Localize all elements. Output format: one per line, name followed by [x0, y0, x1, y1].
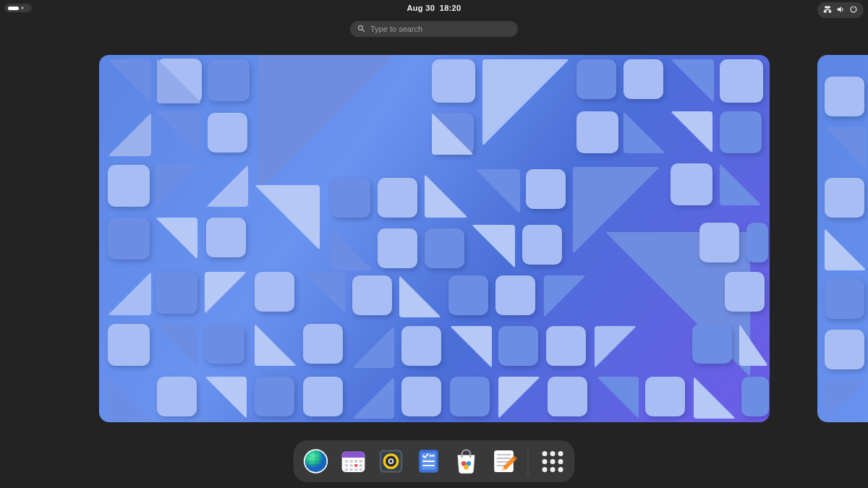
search-icon: [357, 22, 365, 35]
svg-rect-20: [345, 464, 348, 466]
svg-rect-25: [354, 468, 357, 471]
dash: [294, 440, 575, 482]
show-apps-button[interactable]: [537, 446, 568, 476]
svg-point-33: [389, 460, 392, 463]
power-icon: [849, 5, 858, 15]
app-web-browser[interactable]: [301, 446, 331, 476]
activities-button[interactable]: [4, 4, 32, 12]
svg-rect-18: [354, 460, 357, 462]
clock[interactable]: Aug 30 18:20: [407, 4, 461, 12]
svg-rect-22: [359, 464, 362, 466]
svg-rect-2: [829, 11, 832, 13]
svg-rect-26: [359, 468, 362, 471]
calendar-icon: [339, 447, 368, 476]
svg-line-10: [362, 30, 365, 32]
svg-rect-27: [354, 464, 357, 466]
svg-rect-8: [853, 6, 854, 9]
svg-rect-16: [345, 460, 348, 462]
app-text-editor[interactable]: [489, 446, 519, 476]
app-calendar[interactable]: [339, 446, 369, 476]
checklist-icon: [414, 447, 443, 476]
search-input[interactable]: [370, 25, 511, 33]
clock-time: 18:20: [440, 4, 461, 12]
wallpaper: [817, 55, 868, 422]
wallpaper: [99, 55, 770, 422]
svg-rect-15: [342, 455, 365, 458]
workspace-preview-1[interactable]: [99, 55, 770, 422]
workspace-indicator-active: [8, 7, 19, 10]
dock-separator: [528, 447, 529, 476]
globe-icon: [302, 447, 331, 476]
svg-rect-4: [825, 9, 830, 10]
svg-rect-19: [359, 460, 362, 462]
text-editor-icon: [490, 447, 519, 476]
svg-rect-17: [350, 460, 353, 462]
speaker-icon: [377, 447, 406, 476]
top-bar: Aug 30 18:20: [0, 0, 868, 16]
clock-date: Aug 30: [407, 4, 435, 12]
shopping-bag-icon: [452, 447, 481, 476]
svg-rect-21: [350, 464, 353, 466]
svg-rect-1: [824, 11, 827, 13]
search-bar[interactable]: [350, 21, 518, 37]
svg-rect-23: [345, 468, 348, 471]
workspace-indicator-dot: [21, 7, 24, 9]
system-status-area[interactable]: [817, 2, 864, 18]
volume-icon: [836, 5, 845, 15]
svg-rect-0: [825, 7, 830, 9]
svg-rect-6: [830, 9, 830, 11]
svg-rect-5: [825, 9, 825, 11]
app-music[interactable]: [376, 446, 407, 476]
network-wired-icon: [823, 5, 832, 15]
app-todo[interactable]: [414, 446, 444, 476]
svg-rect-24: [350, 468, 353, 471]
app-software[interactable]: [451, 446, 482, 476]
svg-point-41: [464, 465, 469, 470]
workspace-preview-2[interactable]: [817, 55, 868, 422]
